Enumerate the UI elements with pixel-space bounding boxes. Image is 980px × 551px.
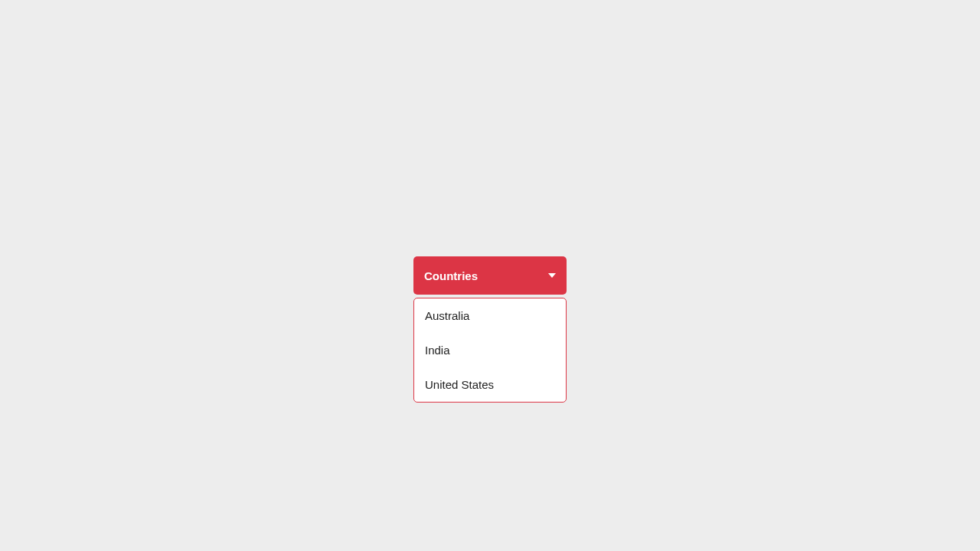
dropdown-item-india[interactable]: India xyxy=(414,333,566,367)
caret-down-icon xyxy=(548,273,556,278)
dropdown-menu: Australia India United States xyxy=(413,298,567,403)
dropdown-countries: Countries Australia India United States xyxy=(413,256,567,403)
dropdown-label: Countries xyxy=(424,269,478,282)
dropdown-item-australia[interactable]: Australia xyxy=(414,298,566,333)
dropdown-item-united-states[interactable]: United States xyxy=(414,367,566,402)
dropdown-toggle-button[interactable]: Countries xyxy=(413,256,567,295)
